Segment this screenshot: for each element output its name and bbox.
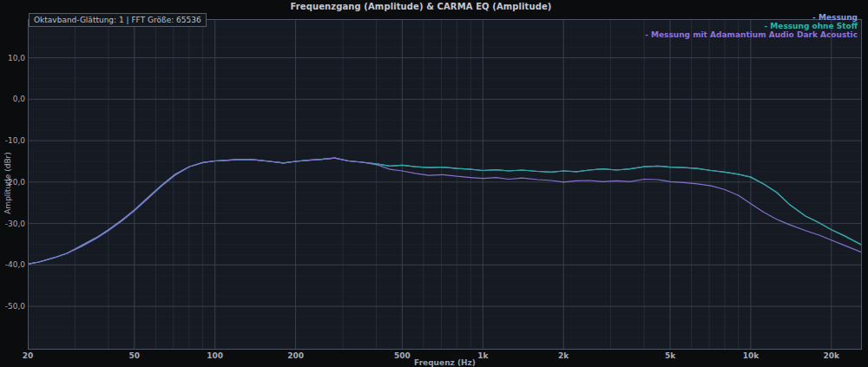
- curve-messung-ohne-stoff: [28, 158, 862, 264]
- y-tick-label: -50,0: [0, 302, 25, 311]
- legend-item-messung-mit-adamantium: - Messung mit Adamantium Audio Dark Acou…: [645, 30, 858, 39]
- y-tick-label: -10,0: [0, 136, 25, 145]
- plot-border: [29, 20, 862, 350]
- legend: - Messung - Messung ohne Stoff - Messung…: [645, 13, 858, 39]
- y-tick-label: 10,0: [0, 54, 25, 62]
- smoothing-info-box: Oktavband-Glättung: 1 | FFT Größe: 65536: [29, 13, 207, 27]
- chart-title: Frequenzgang (Amplitude) & CARMA EQ (Amp…: [0, 2, 842, 11]
- frequency-response-plot[interactable]: [28, 19, 862, 350]
- legend-item-messung-ohne-stoff: - Messung ohne Stoff: [645, 22, 858, 30]
- plot-area[interactable]: [28, 19, 862, 350]
- carma-measurement-window: Frequenzgang (Amplitude) & CARMA EQ (Amp…: [0, 0, 868, 367]
- y-tick-label: -30,0: [0, 220, 25, 228]
- y-tick-label: -20,0: [0, 178, 25, 187]
- y-tick-label: -40,0: [0, 260, 25, 269]
- x-axis-title: Frequenz (Hz): [28, 359, 862, 367]
- y-tick-label: 0,0: [0, 95, 25, 103]
- legend-item-messung: - Messung: [645, 13, 858, 22]
